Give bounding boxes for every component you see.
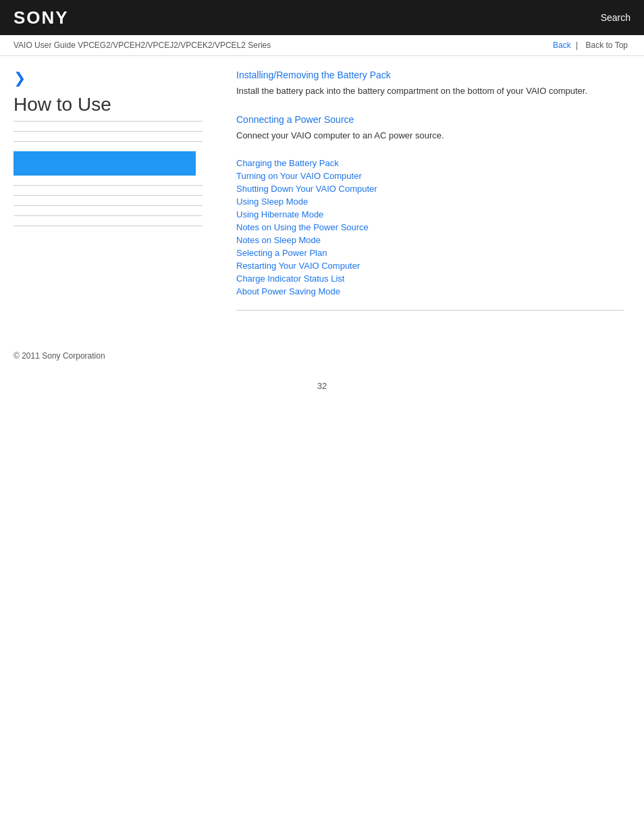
content-area: Installing/Removing the Battery Pack Ins…: [216, 63, 644, 331]
sidebar-divider-4: [14, 195, 203, 196]
list-item: Notes on Using the Power Source: [236, 222, 624, 232]
footer: © 2011 Sony Corporation: [0, 338, 644, 367]
sidebar-divider-7: [14, 226, 203, 226]
installing-battery-desc: Install the battery pack into the batter…: [236, 84, 624, 98]
content-link-3[interactable]: Using Sleep Mode: [236, 197, 308, 207]
sidebar-title: How to Use: [14, 94, 203, 122]
content-link-2[interactable]: Shutting Down Your VAIO Computer: [236, 184, 377, 194]
content-link-5[interactable]: Notes on Using the Power Source: [236, 222, 369, 232]
sidebar: ❯ How to Use: [0, 63, 216, 331]
header: SONY Search: [0, 0, 644, 35]
links-list: Charging the Battery PackTurning on Your…: [236, 158, 624, 296]
page-number: 32: [0, 381, 644, 391]
installing-battery-link[interactable]: Installing/Removing the Battery Pack: [236, 70, 624, 80]
list-item: Using Hibernate Mode: [236, 209, 624, 219]
content-link-8[interactable]: Restarting Your VAIO Computer: [236, 261, 360, 271]
back-link[interactable]: Back: [553, 41, 571, 50]
list-item: Using Sleep Mode: [236, 197, 624, 207]
list-item: Selecting a Power Plan: [236, 248, 624, 258]
search-button[interactable]: Search: [601, 12, 630, 23]
content-link-7[interactable]: Selecting a Power Plan: [236, 248, 327, 258]
content-link-1[interactable]: Turning on Your VAIO Computer: [236, 171, 362, 181]
sony-logo: SONY: [14, 7, 69, 28]
sidebar-divider-2: [14, 141, 203, 142]
back-to-top-link[interactable]: Back to Top: [583, 41, 630, 50]
sidebar-highlight-bar: [14, 151, 196, 176]
sidebar-divider-3: [14, 185, 203, 186]
list-item: Notes on Sleep Mode: [236, 235, 624, 245]
content-link-0[interactable]: Charging the Battery Pack: [236, 158, 339, 168]
connecting-power-link[interactable]: Connecting a Power Source: [236, 114, 624, 125]
content-link-10[interactable]: About Power Saving Mode: [236, 286, 340, 296]
list-item: About Power Saving Mode: [236, 286, 624, 296]
list-item: Charging the Battery Pack: [236, 158, 624, 168]
connecting-power-desc: Connect your VAIO computer to an AC powe…: [236, 129, 624, 142]
main-container: ❯ How to Use Installing/Removing the Bat…: [0, 56, 644, 338]
list-item: Restarting Your VAIO Computer: [236, 261, 624, 271]
content-link-9[interactable]: Charge Indicator Status List: [236, 273, 344, 284]
sidebar-arrow-icon[interactable]: ❯: [14, 70, 203, 87]
content-link-4[interactable]: Using Hibernate Mode: [236, 209, 323, 219]
list-item: Turning on Your VAIO Computer: [236, 171, 624, 181]
content-divider: [236, 310, 624, 311]
sidebar-divider-1: [14, 131, 203, 132]
sidebar-divider-6: [14, 215, 203, 216]
section-connecting-power: Connecting a Power Source Connect your V…: [236, 114, 624, 142]
sidebar-divider-5: [14, 205, 203, 206]
nav-title: VAIO User Guide VPCEG2/VPCEH2/VPCEJ2/VPC…: [14, 41, 271, 50]
copyright-text: © 2011 Sony Corporation: [14, 351, 105, 361]
list-item: Charge Indicator Status List: [236, 273, 624, 284]
nav-links: Back | Back to Top: [553, 41, 630, 50]
list-item: Shutting Down Your VAIO Computer: [236, 184, 624, 194]
nav-bar: VAIO User Guide VPCEG2/VPCEH2/VPCEJ2/VPC…: [0, 35, 644, 56]
content-link-6[interactable]: Notes on Sleep Mode: [236, 235, 321, 245]
section-installing-battery: Installing/Removing the Battery Pack Ins…: [236, 70, 624, 98]
